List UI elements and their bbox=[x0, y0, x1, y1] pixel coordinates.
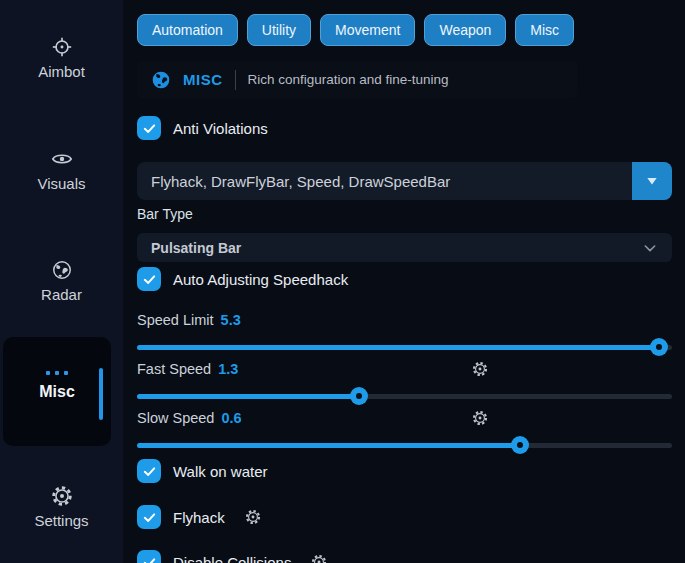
multiselect-dropdown-button[interactable] bbox=[632, 162, 672, 200]
section-title: MISC bbox=[183, 71, 223, 88]
sidebar-item-label: Visuals bbox=[37, 175, 85, 192]
fast-speed-slider[interactable] bbox=[137, 387, 672, 405]
auto-adjusting-checkbox[interactable] bbox=[137, 267, 161, 291]
check-icon bbox=[142, 555, 157, 563]
sidebar-item-misc-active[interactable]: Misc bbox=[3, 337, 111, 446]
speed-limit-label-row: Speed Limit 5.3 bbox=[137, 312, 241, 328]
sidebar-item-visuals[interactable]: Visuals bbox=[0, 148, 123, 192]
sidebar-item-settings[interactable]: Settings bbox=[0, 485, 123, 529]
gear-icon bbox=[51, 485, 73, 507]
sidebar-item-label: Misc bbox=[39, 383, 75, 401]
disable-collisions-row: Disable Collisions bbox=[137, 550, 327, 563]
tab-weapon[interactable]: Weapon bbox=[424, 14, 506, 46]
tab-automation[interactable]: Automation bbox=[137, 14, 238, 46]
bar-type-label: Bar Type bbox=[137, 206, 193, 222]
crosshair-icon bbox=[51, 36, 73, 58]
disable-collisions-checkbox[interactable] bbox=[137, 550, 161, 563]
anti-violations-label: Anti Violations bbox=[173, 120, 268, 137]
slider-thumb[interactable] bbox=[650, 338, 668, 356]
bar-type-select[interactable]: Pulsating Bar bbox=[137, 233, 672, 262]
anti-violations-row: Anti Violations bbox=[137, 116, 268, 140]
auto-adjusting-row: Auto Adjusting Speedhack bbox=[137, 267, 348, 291]
sidebar-item-aimbot[interactable]: Aimbot bbox=[0, 36, 123, 80]
check-icon bbox=[142, 272, 157, 287]
flyhack-row: Flyhack bbox=[137, 505, 261, 529]
sidebar-item-radar[interactable]: Radar bbox=[0, 259, 123, 303]
speed-limit-label: Speed Limit bbox=[137, 312, 214, 328]
fast-speed-gear-icon[interactable] bbox=[472, 361, 488, 377]
feature-multiselect-value: Flyhack, DrawFlyBar, Speed, DrawSpeedBar bbox=[137, 173, 632, 190]
slow-speed-label-row: Slow Speed 0.6 bbox=[137, 410, 242, 426]
slow-speed-label: Slow Speed bbox=[137, 410, 214, 426]
globe-icon bbox=[151, 70, 171, 90]
slow-speed-slider[interactable] bbox=[137, 436, 672, 454]
disable-collisions-gear-icon[interactable] bbox=[311, 554, 327, 563]
sidebar: Aimbot Visuals Radar bbox=[0, 0, 123, 563]
speed-limit-value: 5.3 bbox=[221, 312, 241, 328]
slider-fill bbox=[137, 443, 520, 448]
sidebar-item-label: Settings bbox=[34, 512, 88, 529]
slider-fill bbox=[137, 345, 659, 350]
check-icon bbox=[142, 510, 157, 525]
slider-thumb[interactable] bbox=[511, 436, 529, 454]
section-subtitle: Rich configuration and fine-tuning bbox=[248, 72, 449, 87]
flyhack-gear-icon[interactable] bbox=[245, 509, 261, 525]
globe-icon bbox=[51, 259, 73, 281]
tab-utility[interactable]: Utility bbox=[247, 14, 311, 46]
walk-on-water-row: Walk on water bbox=[137, 459, 267, 483]
auto-adjusting-label: Auto Adjusting Speedhack bbox=[173, 271, 348, 288]
triangle-down-icon bbox=[645, 174, 659, 188]
slider-thumb[interactable] bbox=[350, 387, 368, 405]
anti-violations-checkbox[interactable] bbox=[137, 116, 161, 140]
app-window: Aimbot Visuals Radar bbox=[0, 0, 685, 563]
category-tabs: Automation Utility Movement Weapon Misc bbox=[137, 14, 574, 46]
chevron-down-icon bbox=[642, 240, 658, 256]
eye-icon bbox=[51, 148, 73, 170]
check-icon bbox=[142, 464, 157, 479]
walk-on-water-label: Walk on water bbox=[173, 463, 267, 480]
feature-multiselect[interactable]: Flyhack, DrawFlyBar, Speed, DrawSpeedBar bbox=[137, 162, 672, 200]
divider bbox=[235, 70, 236, 90]
disable-collisions-label: Disable Collisions bbox=[173, 554, 291, 563]
fast-speed-label: Fast Speed bbox=[137, 361, 211, 377]
fast-speed-value: 1.3 bbox=[218, 361, 238, 377]
fast-speed-label-row: Fast Speed 1.3 bbox=[137, 361, 238, 377]
bar-type-value: Pulsating Bar bbox=[151, 240, 241, 256]
slow-speed-gear-icon[interactable] bbox=[472, 410, 488, 426]
tab-movement[interactable]: Movement bbox=[320, 14, 415, 46]
walk-on-water-checkbox[interactable] bbox=[137, 459, 161, 483]
flyhack-label: Flyhack bbox=[173, 509, 225, 526]
sidebar-item-label: Aimbot bbox=[38, 63, 85, 80]
slow-speed-value: 0.6 bbox=[221, 410, 241, 426]
tab-misc[interactable]: Misc bbox=[515, 14, 574, 46]
flyhack-checkbox[interactable] bbox=[137, 505, 161, 529]
section-header: MISC Rich configuration and fine-tuning bbox=[137, 61, 577, 98]
speed-limit-slider[interactable] bbox=[137, 338, 672, 356]
slider-fill bbox=[137, 394, 359, 399]
ellipsis-icon bbox=[46, 371, 68, 375]
sidebar-item-label: Radar bbox=[41, 286, 82, 303]
check-icon bbox=[142, 121, 157, 136]
